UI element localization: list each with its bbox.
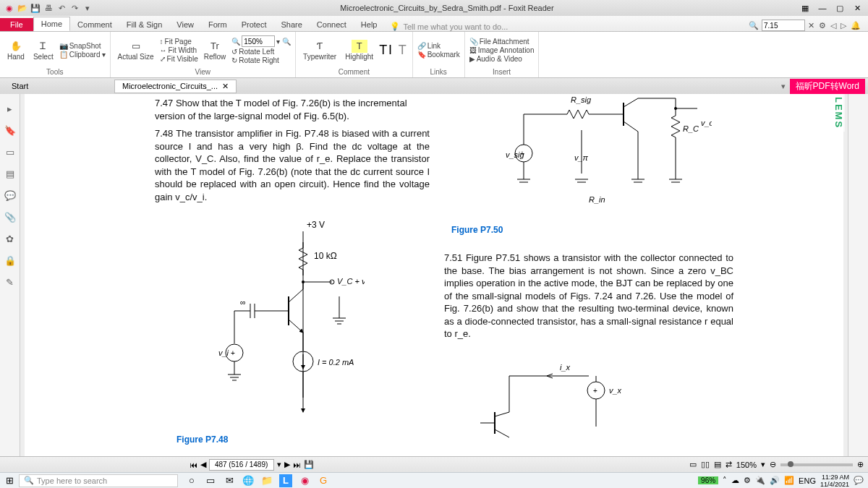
zoom-input[interactable] xyxy=(242,35,275,47)
start-menu[interactable]: ⊞ xyxy=(0,475,19,486)
app-l-icon[interactable]: L xyxy=(279,474,292,487)
lang-indicator[interactable]: ENG xyxy=(799,476,816,485)
save-icon[interactable]: 💾 xyxy=(30,3,41,13)
undo-icon[interactable]: ↶ xyxy=(56,3,67,13)
image-annotation[interactable]: 🖼 Image Annotation xyxy=(469,46,535,54)
tab-connect[interactable]: Connect xyxy=(310,18,354,31)
rotate-right[interactable]: ↻ Rotate Right xyxy=(231,56,291,64)
comments-icon[interactable]: 💬 xyxy=(4,189,16,201)
restore-icon[interactable]: ▢ xyxy=(832,1,848,14)
notifications-icon[interactable]: 💬 xyxy=(854,476,864,485)
page-dropdown-icon[interactable]: ▾ xyxy=(277,460,281,469)
app-g-icon[interactable]: G xyxy=(317,474,330,487)
clipboard-tool[interactable]: 📋 Clipboard ▾ xyxy=(59,51,106,59)
tell-me[interactable]: 💡 Tell me what you want to do... xyxy=(390,22,508,31)
ti-tool[interactable]: TI T xyxy=(379,43,408,58)
open-icon[interactable]: 📂 xyxy=(17,3,27,13)
zoom-slider[interactable] xyxy=(780,463,853,466)
tab-protect[interactable]: Protect xyxy=(234,18,274,31)
power-icon[interactable]: 🔌 xyxy=(755,476,765,485)
app-edge-icon[interactable]: 🌐 xyxy=(242,474,255,487)
actual-size[interactable]: ▭Actual Size xyxy=(115,38,157,62)
select-tool[interactable]: ᏆSelect xyxy=(30,38,56,62)
last-page-icon[interactable]: ⏭ xyxy=(293,461,301,469)
qat-more-icon[interactable]: ▾ xyxy=(82,3,93,13)
find-next-icon[interactable]: ▷ xyxy=(839,21,848,30)
signatures-icon[interactable]: ✎ xyxy=(4,276,16,288)
app-cortana-icon[interactable]: ○ xyxy=(185,474,198,487)
stamps-icon[interactable]: ✿ xyxy=(4,233,16,244)
app-taskview-icon[interactable]: ▭ xyxy=(204,474,217,487)
zoom-out-icon[interactable]: ⊖ xyxy=(770,460,776,469)
link-tool[interactable]: 🔗 Link xyxy=(417,42,460,50)
page-input[interactable] xyxy=(209,459,274,471)
nav-collapse-icon[interactable]: ▸ xyxy=(4,103,16,114)
volume-icon[interactable]: 🔊 xyxy=(770,476,780,485)
app-mail-icon[interactable]: ✉ xyxy=(223,474,236,487)
circuit-p750: R_sig + v_sig v_π R_C v_o R_in xyxy=(437,94,712,217)
reflow[interactable]: TrReflow xyxy=(201,38,229,62)
taskbar-search[interactable]: 🔍 Type here to search xyxy=(19,474,178,487)
onedrive-icon[interactable]: ☁ xyxy=(731,476,739,485)
svg-line-73 xyxy=(495,412,509,416)
document-tab[interactable]: Microelectronic_Circuits_... ✕ xyxy=(114,80,237,93)
view-mode-1-icon[interactable]: ▭ xyxy=(689,460,697,469)
zoom-value[interactable]: 150% xyxy=(736,461,757,469)
fit-visible[interactable]: ⤢ Fit Visible xyxy=(160,55,198,63)
find-input[interactable] xyxy=(762,20,805,31)
fit-page[interactable]: ↕ Fit Page xyxy=(160,38,198,46)
rotate-left[interactable]: ↺ Rotate Left xyxy=(231,48,291,56)
app-explorer-icon[interactable]: 📁 xyxy=(260,474,273,487)
tab-home[interactable]: Home xyxy=(33,17,70,31)
typewriter-tool[interactable]: ƬTypewriter xyxy=(300,38,339,62)
security-icon[interactable]: 🔒 xyxy=(4,254,16,266)
tray-up-icon[interactable]: ˄ xyxy=(723,476,727,485)
file-tab[interactable]: File xyxy=(0,18,33,31)
highlight-tool[interactable]: THighlight xyxy=(342,38,376,62)
find-prev-icon[interactable]: ◁ xyxy=(829,21,838,30)
view-mode-4-icon[interactable]: ⇄ xyxy=(726,460,732,469)
tab-share[interactable]: Share xyxy=(273,18,309,31)
prev-page-icon[interactable]: ◀ xyxy=(200,460,206,469)
view-mode-2-icon[interactable]: ▯▯ xyxy=(701,460,710,469)
bookmark-tool[interactable]: 🔖 Bookmark xyxy=(417,51,460,59)
tab-close-icon[interactable]: ✕ xyxy=(222,82,229,91)
grid-icon[interactable]: ▦ xyxy=(797,1,813,14)
tab-dropdown-icon[interactable]: ▾ xyxy=(777,82,790,91)
tab-form[interactable]: Form xyxy=(201,18,234,31)
next-page-icon[interactable]: ▶ xyxy=(284,460,290,469)
battery-badge[interactable]: 96% xyxy=(698,476,718,484)
file-attachment[interactable]: 📎 File Attachment xyxy=(469,38,535,46)
bell-icon[interactable]: 🔔 xyxy=(849,21,862,30)
app-foxit-icon[interactable]: ◉ xyxy=(298,474,311,487)
attachments-icon[interactable]: 📎 xyxy=(4,211,16,223)
zoom-in-icon[interactable]: ⊕ xyxy=(857,460,864,469)
hand-tool[interactable]: ✋Hand xyxy=(4,38,27,62)
tray-gear-icon[interactable]: ⚙ xyxy=(744,476,751,485)
fit-width[interactable]: ↔ Fit Width xyxy=(160,46,198,54)
layers-icon[interactable]: ▤ xyxy=(4,168,16,179)
pages-icon[interactable]: ▭ xyxy=(4,146,16,158)
close-icon[interactable]: ✕ xyxy=(849,1,865,14)
view-mode-3-icon[interactable]: ▤ xyxy=(714,460,721,469)
first-page-icon[interactable]: ⏮ xyxy=(190,461,197,469)
tab-help[interactable]: Help xyxy=(354,18,385,31)
svg-text:v_x: v_x xyxy=(609,386,622,395)
snapshot-tool[interactable]: 📷 SnapShot xyxy=(59,42,106,50)
save-page-icon[interactable]: 💾 xyxy=(304,460,314,469)
pdf-page[interactable]: 7.47 Show that the T model of Fig. 7.26(… xyxy=(25,94,843,456)
wifi-icon[interactable]: 📶 xyxy=(784,476,794,485)
redo-icon[interactable]: ↷ xyxy=(69,3,80,13)
find-close-icon[interactable]: ✕ xyxy=(807,21,816,30)
print-icon[interactable]: 🖶 xyxy=(43,3,54,13)
audio-video[interactable]: ▶ Audio & Video xyxy=(469,55,535,63)
tab-comment[interactable]: Comment xyxy=(70,18,119,31)
tab-view[interactable]: View xyxy=(169,18,201,31)
find-options-icon[interactable]: ⚙ xyxy=(817,21,827,30)
start-tab[interactable]: Start xyxy=(6,80,114,92)
tab-fillsign[interactable]: Fill & Sign xyxy=(119,18,170,31)
bookmarks-icon[interactable]: 🔖 xyxy=(4,124,16,136)
pdf-to-word-badge[interactable]: 福昕PDF转Word xyxy=(790,79,865,94)
minimize-icon[interactable]: — xyxy=(814,1,830,14)
clock[interactable]: 11:29 AM11/4/2021 xyxy=(820,474,849,488)
